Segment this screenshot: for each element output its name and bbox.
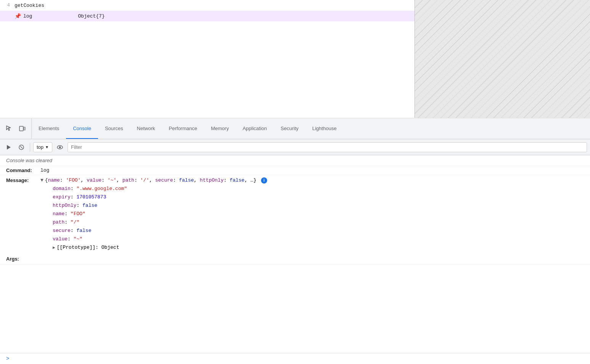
tab-performance[interactable]: Performance [162,118,204,139]
svg-rect-1 [24,127,25,130]
code-area: 4 getCookies 📌 log Object{7} [0,0,590,118]
tab-security[interactable]: Security [274,118,305,139]
svg-line-4 [20,146,23,148]
inspect-icon[interactable] [4,123,15,134]
tab-application[interactable]: Application [236,118,274,139]
code-line-4: 4 getCookies [0,0,414,11]
line-text-4: getCookies [15,3,44,8]
command-row: Command: log [0,166,590,175]
message-row: Message: ▼{name: 'FOO', value: '~', path… [0,175,590,254]
live-expression-button[interactable] [55,142,65,153]
tab-list: Elements Console Sources Network Perform… [32,118,343,139]
args-row: Args: [0,254,590,264]
prop-secure: secure: false [53,227,584,235]
code-panel: 4 getCookies 📌 log Object{7} [0,0,414,118]
svg-marker-2 [7,145,11,150]
device-toolbar-icon[interactable] [17,123,27,134]
log-value: Object{7} [78,13,105,19]
prototype-text: [[Prototype]]: Object [57,243,119,252]
code-line-log: 📌 log Object{7} [0,11,414,21]
info-icon[interactable]: i [261,177,267,184]
svg-point-6 [59,146,61,148]
console-cleared-message: Console was cleared [0,155,590,166]
context-selector-label: top [37,144,44,150]
prop-value: value: "~" [53,235,584,243]
console-output: Console was cleared Command: log Message… [0,155,590,364]
prompt-arrow: > [6,356,9,362]
clear-console-button[interactable] [16,142,27,153]
console-toolbar: top ▼ [0,139,590,155]
message-content: ▼{name: 'FOO', value: '~', path: '/', se… [40,177,584,252]
tab-elements[interactable]: Elements [32,118,66,139]
expand-arrow[interactable]: ▼ [40,177,44,183]
prop-name: name: "FOO" [53,210,584,218]
line-number-4: 4 [3,3,15,8]
tab-lighthouse[interactable]: Lighthouse [305,118,343,139]
right-side-panel [414,0,590,118]
svg-rect-0 [19,126,23,131]
devtools-tab-bar: Elements Console Sources Network Perform… [0,118,590,139]
prop-httponly: httpOnly: false [53,201,584,210]
tab-network[interactable]: Network [130,118,162,139]
command-value: log [40,168,49,173]
prop-domain: domain: ".www.google.com" [53,185,584,193]
execute-button[interactable] [3,142,14,153]
line-text-log: log [23,13,32,19]
toolbar-divider [30,143,30,152]
tab-console[interactable]: Console [66,118,98,139]
prop-expiry: expiry: 1701057873 [53,193,584,201]
tab-sources[interactable]: Sources [98,118,130,139]
console-input[interactable] [12,356,584,362]
pin-icon: 📌 [15,13,21,19]
prototype-arrow[interactable]: ▶ [53,244,55,251]
args-label: Args: [6,256,19,262]
message-label: Message: [6,177,40,183]
tab-icon-group [0,118,32,139]
prototype-row: ▶ [[Prototype]]: Object [53,243,584,252]
object-header[interactable]: ▼{name: 'FOO', value: '~', path: '/', se… [40,177,584,185]
context-selector[interactable]: top ▼ [33,142,52,152]
command-label: Command: [6,168,40,173]
context-selector-arrow: ▼ [45,145,49,149]
object-properties: domain: ".www.google.com" expiry: 170105… [53,185,584,252]
prop-path: path: "/" [53,218,584,227]
filter-input[interactable] [68,142,587,152]
tab-memory[interactable]: Memory [204,118,236,139]
console-prompt: > [0,353,590,364]
